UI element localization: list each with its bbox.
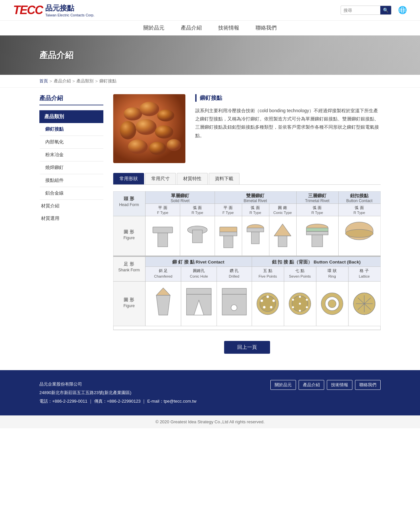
nav-tech[interactable]: 技術情報 — [218, 25, 239, 32]
svg-point-141 — [328, 300, 336, 308]
svg-text:七 點: 七 點 — [295, 268, 304, 273]
svg-point-134 — [299, 310, 301, 312]
footer-address: 24890新北市新莊區五工五路23號(新北產業園區) — [39, 389, 197, 397]
breadcrumb-home[interactable]: 首頁 — [39, 78, 48, 84]
sidebar-link-material-select[interactable]: 材質選用 — [39, 212, 103, 225]
footer-main: 品元企業股份有限公司 24890新北市新莊區五工五路23號(新北產業園區) 電話… — [0, 370, 420, 415]
svg-rect-56 — [192, 230, 202, 243]
svg-text:Shank Form: Shank Form — [118, 268, 140, 272]
header: TECC 品元接點 Taiwan Electric Contacts Corp.… — [0, 0, 420, 21]
sidebar-item-weld[interactable]: 燒焊鉚釘 — [39, 161, 103, 174]
svg-point-124 — [261, 300, 263, 302]
svg-text:圓錐孔: 圓錐孔 — [193, 268, 205, 273]
svg-rect-113 — [186, 288, 211, 294]
footer-info: 品元企業股份有限公司 24890新北市新莊區五工五路23號(新北產業園區) 電話… — [39, 380, 197, 406]
svg-rect-59 — [220, 232, 237, 236]
svg-rect-72 — [306, 231, 328, 235]
breadcrumb-sep2: > — [73, 79, 75, 84]
search-button[interactable]: 🔍 — [380, 6, 391, 14]
breadcrumb: 首頁 > 產品介紹 > 產品類別 > 鉚釘接點 — [0, 75, 420, 88]
svg-point-136 — [292, 299, 294, 301]
sidebar-title: 產品介紹 — [39, 94, 103, 105]
diagram-svg: 頭 形 Head Form 單層鉚釘 Solid Rivet 雙層鉚釘 Bime… — [113, 191, 381, 330]
svg-text:Trimetal Rivet: Trimetal Rivet — [305, 199, 330, 203]
svg-text:Chamfered: Chamfered — [154, 274, 172, 278]
footer-nav: 關於品元 產品介紹 技術情報 聯絡我們 — [270, 380, 381, 390]
svg-text:鉚 釘 接 點  Rivet Contact: 鉚 釘 接 點 Rivet Contact — [172, 259, 224, 264]
tab-download[interactable]: 資料下載 — [209, 173, 240, 184]
svg-point-131 — [299, 296, 301, 298]
nav-products[interactable]: 產品介紹 — [181, 25, 202, 32]
breadcrumb-category[interactable]: 產品類別 — [76, 78, 94, 84]
svg-rect-52 — [153, 227, 173, 233]
nav-contact[interactable]: 聯絡我們 — [256, 25, 277, 32]
sidebar-item-oxide[interactable]: 內部氧化 — [39, 136, 103, 149]
globe-icon[interactable]: 🌐 — [398, 6, 407, 14]
footer-nav-tech[interactable]: 技術情報 — [327, 380, 352, 390]
svg-text:Five Points: Five Points — [259, 274, 277, 278]
svg-text:鈕 扣 接 點（背面） Button Contact (Ba: 鈕 扣 接 點（背面） Button Contact (Back) — [272, 259, 361, 264]
svg-text:Ring: Ring — [328, 274, 336, 278]
svg-marker-111 — [156, 295, 170, 315]
main-layout: 產品介紹 產品類別 鉚釘接點 內部氧化 粉末冶金 燒焊鉚釘 接點組件 鋁合金線 … — [0, 88, 420, 370]
logo-sub: Taiwan Electric Contacts Corp. — [45, 13, 94, 17]
sidebar-section-title[interactable]: 產品類別 — [39, 110, 103, 123]
svg-text:Figure: Figure — [123, 236, 135, 240]
svg-text:R Type: R Type — [311, 211, 323, 215]
svg-text:鑽 孔: 鑽 孔 — [230, 268, 239, 273]
svg-text:環 狀: 環 狀 — [327, 268, 336, 273]
footer-phone: 電話：+886-2-2299-0011 — [39, 399, 87, 404]
sidebar-item-aluminum[interactable]: 鋁合金線 — [39, 187, 103, 200]
svg-point-137 — [299, 303, 301, 305]
svg-text:Bimetal Rivet: Bimetal Rivet — [244, 199, 267, 203]
svg-rect-53 — [158, 233, 168, 247]
svg-point-133 — [306, 306, 308, 308]
tabs: 常用形狀 常用尺寸 材質特性 資料下載 — [113, 173, 381, 185]
sidebar-link-material-intro[interactable]: 材質介紹 — [39, 200, 103, 212]
main-content: 鉚釘接點 該系列主要利用冷壓接合技術（cold bonding technolo… — [113, 94, 381, 364]
svg-text:圖 形: 圖 形 — [124, 229, 134, 234]
tab-size[interactable]: 常用尺寸 — [145, 173, 176, 184]
svg-text:Conic Hole: Conic Hole — [190, 274, 208, 278]
svg-text:圓 錐: 圓 錐 — [278, 205, 287, 210]
svg-text:Conic Type: Conic Type — [273, 211, 292, 215]
header-right: 🔍 🌐 — [341, 6, 407, 15]
back-button[interactable]: 回上一頁 — [224, 341, 270, 354]
tab-shape[interactable]: 常用形狀 — [113, 173, 144, 184]
svg-point-119 — [231, 305, 237, 311]
svg-point-4 — [120, 121, 136, 139]
svg-point-125 — [272, 300, 275, 302]
search-box[interactable]: 🔍 — [341, 6, 391, 15]
footer-nav-products[interactable]: 產品介紹 — [299, 380, 324, 390]
sidebar-item-assembly[interactable]: 接點組件 — [39, 174, 103, 187]
svg-text:F Type: F Type — [222, 211, 234, 215]
search-input[interactable] — [341, 7, 380, 14]
sidebar-item-powder[interactable]: 粉末冶金 — [39, 149, 103, 161]
footer-nav-about[interactable]: 關於品元 — [270, 380, 296, 390]
diagram-wrap: 頭 形 Head Form 單層鉚釘 Solid Rivet 雙層鉚釘 Bime… — [113, 191, 381, 331]
logo-chinese: 品元接點 — [45, 3, 94, 13]
svg-text:三層鉚釘: 三層鉚釘 — [308, 193, 327, 198]
product-image-svg — [113, 94, 185, 163]
svg-rect-71 — [306, 228, 328, 232]
svg-point-5 — [136, 119, 157, 135]
tab-material[interactable]: 材質特性 — [177, 173, 208, 184]
main-nav: 關於品元 產品介紹 技術情報 聯絡我們 — [0, 21, 420, 35]
svg-text:五 點: 五 點 — [263, 268, 272, 273]
product-top: 鉚釘接點 該系列主要利用冷壓接合技術（cold bonding technolo… — [113, 94, 381, 163]
svg-point-9 — [167, 139, 181, 151]
svg-text:雙層鉚釘: 雙層鉚釘 — [246, 193, 265, 198]
footer: 品元企業股份有限公司 24890新北市新莊區五工五路23號(新北產業園區) 電話… — [0, 370, 420, 428]
nav-about[interactable]: 關於品元 — [143, 25, 164, 32]
breadcrumb-products[interactable]: 產品介紹 — [54, 78, 71, 84]
sidebar-item-rivet[interactable]: 鉚釘接點 — [39, 123, 103, 136]
product-desc-text: 該系列主要利用冷壓接合技術（cold bonding technology）不經… — [195, 107, 381, 140]
logo-tecc: TECC — [13, 3, 43, 17]
breadcrumb-current: 鉚釘接點 — [99, 78, 116, 84]
svg-text:圖 形: 圖 形 — [124, 297, 134, 302]
footer-nav-contact[interactable]: 聯絡我們 — [355, 380, 381, 390]
svg-text:Seven Points: Seven Points — [289, 274, 311, 278]
svg-text:F Type: F Type — [157, 211, 168, 215]
svg-text:R Type: R Type — [192, 211, 203, 215]
svg-text:平 面: 平 面 — [223, 205, 232, 210]
